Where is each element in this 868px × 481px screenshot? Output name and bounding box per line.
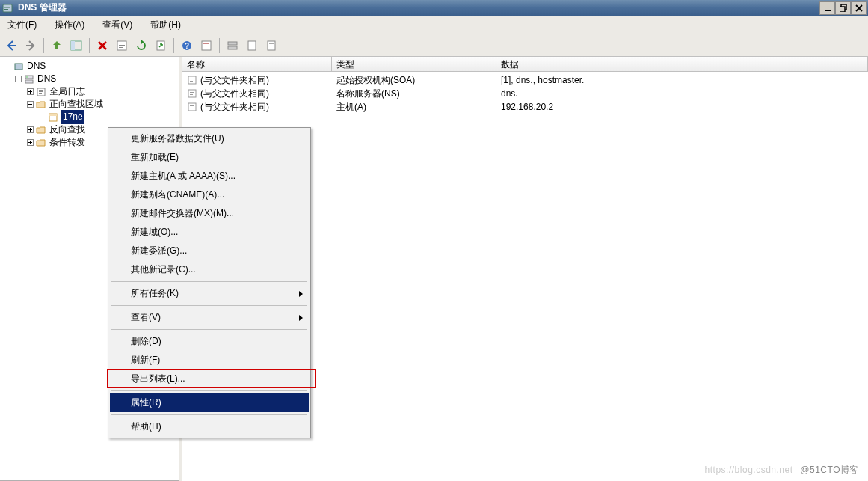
svg-rect-20 — [228, 46, 237, 49]
cm-separator — [111, 390, 307, 391]
blank-twist — [37, 113, 46, 122]
cm-view-label: 查看(V) — [131, 312, 161, 322]
menu-bar: 文件(F) 操作(A) 查看(V) 帮助(H) — [0, 16, 868, 34]
context-menu: 更新服务器数据文件(U) 重新加载(E) 新建主机(A 或 AAAA)(S)..… — [108, 127, 311, 438]
export-button[interactable] — [153, 37, 169, 54]
up-button[interactable] — [49, 37, 65, 54]
svg-rect-25 — [15, 64, 22, 70]
svg-rect-12 — [119, 47, 123, 48]
tree-global-log[interactable]: 全局日志 — [3, 85, 179, 98]
cell-data: dns. — [501, 88, 518, 99]
svg-rect-44 — [30, 128, 31, 132]
tree-label: 条件转发 — [49, 136, 85, 149]
col-data[interactable]: 数据 — [496, 57, 868, 71]
cell-type: 主机(A) — [336, 101, 366, 114]
cm-other-new[interactable]: 其他新记录(C)... — [110, 260, 309, 279]
cm-separator — [111, 329, 307, 330]
server-icon — [23, 73, 35, 85]
cm-new-cname[interactable]: 新建别名(CNAME)(A)... — [110, 186, 309, 204]
tree-root[interactable]: DNS — [3, 60, 179, 73]
svg-rect-27 — [16, 79, 20, 79]
col-type[interactable]: 类型 — [332, 57, 496, 71]
svg-rect-19 — [228, 42, 237, 45]
record-button[interactable] — [263, 37, 280, 54]
restore-button[interactable] — [835, 1, 851, 15]
dns-app-icon — [1, 2, 13, 14]
minimize-button[interactable] — [819, 1, 835, 15]
tree-label: 正向查找区域 — [49, 98, 103, 111]
menu-file[interactable]: 文件(F) — [3, 17, 41, 33]
svg-rect-33 — [30, 90, 31, 94]
cm-separator — [111, 414, 307, 415]
record-icon — [187, 75, 197, 85]
minus-icon[interactable] — [25, 100, 34, 109]
svg-rect-53 — [190, 94, 193, 95]
cm-refresh[interactable]: 刷新(F) — [110, 351, 309, 370]
svg-rect-41 — [49, 114, 57, 116]
tree-selected-zone[interactable]: 17ne — [3, 111, 179, 123]
cm-properties[interactable]: 属性(R) — [110, 393, 309, 412]
minus-icon[interactable] — [13, 75, 22, 84]
svg-rect-23 — [269, 43, 274, 44]
cm-new-mx[interactable]: 新建邮件交换器(MX)(M)... — [110, 204, 309, 223]
toolbar-sep — [219, 38, 220, 53]
properties-button[interactable] — [114, 37, 130, 54]
toolbar: ? — [0, 34, 868, 57]
menu-help[interactable]: 帮助(H) — [146, 17, 185, 33]
svg-rect-50 — [190, 81, 193, 82]
chevron-right-icon — [299, 291, 303, 297]
plus-icon[interactable] — [25, 138, 34, 147]
cm-new-domain[interactable]: 新建域(O)... — [110, 223, 309, 242]
new-button[interactable] — [244, 37, 260, 54]
cell-name: (与父文件夹相同) — [200, 101, 269, 114]
list-row[interactable]: (与父文件夹相同) 主机(A) 192.168.20.2 — [182, 100, 868, 114]
cm-all-tasks[interactable]: 所有任务(K) — [110, 284, 309, 303]
filter-button[interactable] — [198, 37, 215, 54]
cm-export-list[interactable]: 导出列表(L)... — [110, 370, 309, 388]
folder-open-icon — [35, 99, 47, 111]
tree-fwd-zone[interactable]: 正向查找区域 — [3, 98, 179, 111]
list-header: 名称 类型 数据 — [182, 57, 868, 72]
menu-action[interactable]: 操作(A) — [50, 17, 89, 33]
toolbar-sep — [43, 38, 44, 53]
svg-rect-56 — [190, 108, 193, 108]
server-button[interactable] — [224, 37, 241, 54]
plus-icon[interactable] — [25, 88, 34, 96]
svg-point-30 — [26, 76, 28, 78]
cell-name: (与父文件夹相同) — [200, 88, 269, 100]
back-button[interactable] — [3, 37, 19, 54]
cell-data: 192.168.20.2 — [501, 102, 553, 112]
cm-new-host[interactable]: 新建主机(A 或 AAAA)(S)... — [110, 167, 309, 186]
cell-type: 起始授权机构(SOA) — [336, 74, 415, 87]
svg-rect-52 — [190, 92, 194, 93]
svg-rect-5 — [840, 7, 845, 12]
refresh-button[interactable] — [133, 37, 150, 54]
cell-type: 名称服务器(NS) — [336, 88, 400, 100]
menu-view[interactable]: 查看(V) — [98, 17, 137, 33]
forward-button[interactable] — [22, 37, 39, 54]
cm-help[interactable]: 帮助(H) — [110, 417, 309, 436]
list-row[interactable]: (与父文件夹相同) 名称服务器(NS) dns. — [182, 87, 868, 100]
svg-rect-35 — [39, 90, 43, 91]
plus-icon[interactable] — [25, 126, 34, 135]
title-bar: DNS 管理器 — [0, 0, 868, 16]
list-row[interactable]: (与父文件夹相同) 起始授权机构(SOA) [1], dns., hostmas… — [182, 73, 868, 87]
cm-all-tasks-label: 所有任务(K) — [131, 288, 179, 298]
svg-rect-55 — [190, 105, 194, 106]
delete-button[interactable] — [94, 37, 111, 54]
tree-server[interactable]: DNS — [3, 73, 179, 85]
cm-reload[interactable]: 重新加载(E) — [110, 148, 309, 167]
svg-text:?: ? — [185, 42, 189, 50]
show-hide-button[interactable] — [68, 37, 84, 54]
svg-rect-21 — [248, 41, 256, 50]
help-button[interactable]: ? — [179, 37, 195, 54]
svg-rect-29 — [25, 80, 33, 83]
cm-delete[interactable]: 删除(D) — [110, 332, 309, 351]
zone-icon — [47, 111, 59, 123]
close-button[interactable] — [851, 1, 867, 15]
cm-update-data[interactable]: 更新服务器数据文件(U) — [110, 129, 309, 148]
svg-rect-11 — [119, 45, 125, 46]
cm-new-delegation[interactable]: 新建委派(G)... — [110, 242, 309, 260]
col-name[interactable]: 名称 — [182, 57, 332, 71]
cm-view[interactable]: 查看(V) — [110, 308, 309, 327]
